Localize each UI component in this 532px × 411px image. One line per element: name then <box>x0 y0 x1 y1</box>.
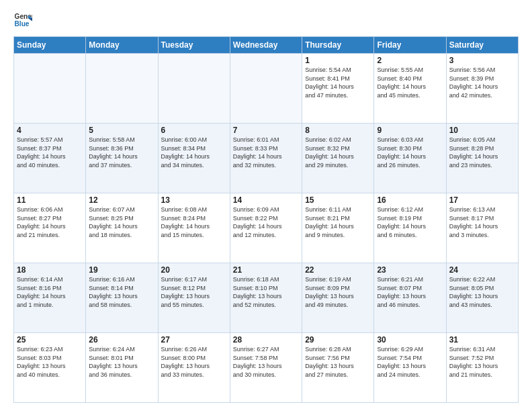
calendar-cell: 9Sunrise: 6:03 AM Sunset: 8:30 PM Daylig… <box>374 124 446 193</box>
day-number: 21 <box>233 265 299 275</box>
weekday-wednesday: Wednesday <box>230 37 302 54</box>
day-info: Sunrise: 6:17 AM Sunset: 8:12 PM Dayligh… <box>161 275 227 309</box>
day-number: 17 <box>449 195 515 205</box>
day-number: 8 <box>305 126 371 135</box>
logo: General Blue <box>13 11 32 30</box>
day-number: 14 <box>233 195 299 205</box>
weekday-monday: Monday <box>86 37 158 54</box>
calendar-week-0: 1Sunrise: 5:54 AM Sunset: 8:41 PM Daylig… <box>14 54 519 124</box>
logo-icon: General Blue <box>13 11 32 30</box>
calendar-cell: 16Sunrise: 6:12 AM Sunset: 8:19 PM Dayli… <box>374 193 446 263</box>
day-number: 20 <box>161 265 227 275</box>
day-info: Sunrise: 6:26 AM Sunset: 8:00 PM Dayligh… <box>161 345 227 379</box>
day-info: Sunrise: 6:21 AM Sunset: 8:07 PM Dayligh… <box>377 275 443 309</box>
calendar-week-4: 25Sunrise: 6:23 AM Sunset: 8:03 PM Dayli… <box>14 333 519 403</box>
calendar-table: SundayMondayTuesdayWednesdayThursdayFrid… <box>13 36 519 403</box>
day-number: 12 <box>89 195 154 205</box>
calendar-week-2: 11Sunrise: 6:06 AM Sunset: 8:27 PM Dayli… <box>14 193 519 263</box>
calendar-cell: 24Sunrise: 6:22 AM Sunset: 8:05 PM Dayli… <box>446 263 518 333</box>
day-info: Sunrise: 6:13 AM Sunset: 8:17 PM Dayligh… <box>449 205 515 239</box>
calendar-cell: 13Sunrise: 6:08 AM Sunset: 8:24 PM Dayli… <box>158 193 230 263</box>
calendar-cell: 27Sunrise: 6:26 AM Sunset: 8:00 PM Dayli… <box>158 333 230 403</box>
calendar-cell: 10Sunrise: 6:05 AM Sunset: 8:28 PM Dayli… <box>446 124 518 193</box>
day-info: Sunrise: 5:56 AM Sunset: 8:39 PM Dayligh… <box>449 66 515 99</box>
day-number: 2 <box>377 56 443 65</box>
day-number: 16 <box>377 195 443 205</box>
day-number: 6 <box>161 126 227 135</box>
day-number: 19 <box>89 265 154 275</box>
day-info: Sunrise: 6:28 AM Sunset: 7:56 PM Dayligh… <box>305 345 371 379</box>
day-number: 22 <box>305 265 371 275</box>
calendar-cell: 30Sunrise: 6:29 AM Sunset: 7:54 PM Dayli… <box>374 333 446 403</box>
calendar-cell: 28Sunrise: 6:27 AM Sunset: 7:58 PM Dayli… <box>230 333 302 403</box>
day-info: Sunrise: 6:07 AM Sunset: 8:25 PM Dayligh… <box>89 205 154 239</box>
day-info: Sunrise: 6:09 AM Sunset: 8:22 PM Dayligh… <box>233 205 299 239</box>
weekday-friday: Friday <box>374 37 446 54</box>
day-number: 23 <box>377 265 443 275</box>
weekday-thursday: Thursday <box>302 37 374 54</box>
weekday-sunday: Sunday <box>14 37 86 54</box>
calendar-cell: 20Sunrise: 6:17 AM Sunset: 8:12 PM Dayli… <box>158 263 230 333</box>
day-info: Sunrise: 6:14 AM Sunset: 8:16 PM Dayligh… <box>17 275 83 309</box>
day-number: 9 <box>377 126 443 135</box>
header: General Blue <box>13 11 519 30</box>
day-number: 27 <box>161 335 227 345</box>
calendar-cell: 14Sunrise: 6:09 AM Sunset: 8:22 PM Dayli… <box>230 193 302 263</box>
weekday-header-row: SundayMondayTuesdayWednesdayThursdayFrid… <box>14 37 519 54</box>
day-info: Sunrise: 6:12 AM Sunset: 8:19 PM Dayligh… <box>377 205 443 239</box>
day-number: 10 <box>449 126 515 135</box>
day-info: Sunrise: 6:11 AM Sunset: 8:21 PM Dayligh… <box>305 205 371 239</box>
calendar-cell: 21Sunrise: 6:18 AM Sunset: 8:10 PM Dayli… <box>230 263 302 333</box>
day-number: 5 <box>89 126 154 135</box>
day-info: Sunrise: 6:23 AM Sunset: 8:03 PM Dayligh… <box>17 345 83 379</box>
calendar-cell: 6Sunrise: 6:00 AM Sunset: 8:34 PM Daylig… <box>158 124 230 193</box>
calendar-cell: 15Sunrise: 6:11 AM Sunset: 8:21 PM Dayli… <box>302 193 374 263</box>
day-info: Sunrise: 6:16 AM Sunset: 8:14 PM Dayligh… <box>89 275 154 309</box>
calendar-body: 1Sunrise: 5:54 AM Sunset: 8:41 PM Daylig… <box>14 54 519 403</box>
calendar-cell: 22Sunrise: 6:19 AM Sunset: 8:09 PM Dayli… <box>302 263 374 333</box>
calendar-cell: 31Sunrise: 6:31 AM Sunset: 7:52 PM Dayli… <box>446 333 518 403</box>
day-info: Sunrise: 6:29 AM Sunset: 7:54 PM Dayligh… <box>377 345 443 379</box>
day-number: 13 <box>161 195 227 205</box>
calendar-cell: 2Sunrise: 5:55 AM Sunset: 8:40 PM Daylig… <box>374 54 446 124</box>
calendar-page: General Blue SundayMondayTuesdayWednesda… <box>0 0 532 411</box>
day-info: Sunrise: 6:05 AM Sunset: 8:28 PM Dayligh… <box>449 136 515 169</box>
day-info: Sunrise: 6:27 AM Sunset: 7:58 PM Dayligh… <box>233 345 299 379</box>
day-number: 18 <box>17 265 83 275</box>
calendar-cell: 29Sunrise: 6:28 AM Sunset: 7:56 PM Dayli… <box>302 333 374 403</box>
day-info: Sunrise: 6:22 AM Sunset: 8:05 PM Dayligh… <box>449 275 515 309</box>
day-info: Sunrise: 6:01 AM Sunset: 8:33 PM Dayligh… <box>233 136 299 169</box>
day-info: Sunrise: 5:57 AM Sunset: 8:37 PM Dayligh… <box>17 136 83 169</box>
day-info: Sunrise: 5:58 AM Sunset: 8:36 PM Dayligh… <box>89 136 154 169</box>
calendar-cell: 26Sunrise: 6:24 AM Sunset: 8:01 PM Dayli… <box>86 333 158 403</box>
calendar-cell: 11Sunrise: 6:06 AM Sunset: 8:27 PM Dayli… <box>14 193 86 263</box>
calendar-cell: 1Sunrise: 5:54 AM Sunset: 8:41 PM Daylig… <box>302 54 374 124</box>
calendar-cell: 18Sunrise: 6:14 AM Sunset: 8:16 PM Dayli… <box>14 263 86 333</box>
day-info: Sunrise: 6:31 AM Sunset: 7:52 PM Dayligh… <box>449 345 515 379</box>
calendar-cell: 7Sunrise: 6:01 AM Sunset: 8:33 PM Daylig… <box>230 124 302 193</box>
weekday-saturday: Saturday <box>446 37 518 54</box>
weekday-tuesday: Tuesday <box>158 37 230 54</box>
day-info: Sunrise: 6:00 AM Sunset: 8:34 PM Dayligh… <box>161 136 227 169</box>
calendar-cell: 5Sunrise: 5:58 AM Sunset: 8:36 PM Daylig… <box>86 124 158 193</box>
day-number: 3 <box>449 56 515 65</box>
day-number: 28 <box>233 335 299 345</box>
calendar-cell <box>14 54 86 124</box>
day-info: Sunrise: 6:19 AM Sunset: 8:09 PM Dayligh… <box>305 275 371 309</box>
calendar-cell <box>158 54 230 124</box>
calendar-cell: 4Sunrise: 5:57 AM Sunset: 8:37 PM Daylig… <box>14 124 86 193</box>
day-info: Sunrise: 6:02 AM Sunset: 8:32 PM Dayligh… <box>305 136 371 169</box>
day-info: Sunrise: 6:24 AM Sunset: 8:01 PM Dayligh… <box>89 345 154 379</box>
calendar-cell: 8Sunrise: 6:02 AM Sunset: 8:32 PM Daylig… <box>302 124 374 193</box>
day-info: Sunrise: 6:08 AM Sunset: 8:24 PM Dayligh… <box>161 205 227 239</box>
calendar-cell: 19Sunrise: 6:16 AM Sunset: 8:14 PM Dayli… <box>86 263 158 333</box>
day-info: Sunrise: 5:55 AM Sunset: 8:40 PM Dayligh… <box>377 66 443 99</box>
svg-text:Blue: Blue <box>15 20 30 28</box>
day-number: 15 <box>305 195 371 205</box>
calendar-week-1: 4Sunrise: 5:57 AM Sunset: 8:37 PM Daylig… <box>14 124 519 193</box>
day-number: 29 <box>305 335 371 345</box>
calendar-cell <box>230 54 302 124</box>
calendar-cell: 12Sunrise: 6:07 AM Sunset: 8:25 PM Dayli… <box>86 193 158 263</box>
calendar-week-3: 18Sunrise: 6:14 AM Sunset: 8:16 PM Dayli… <box>14 263 519 333</box>
day-number: 25 <box>17 335 83 345</box>
